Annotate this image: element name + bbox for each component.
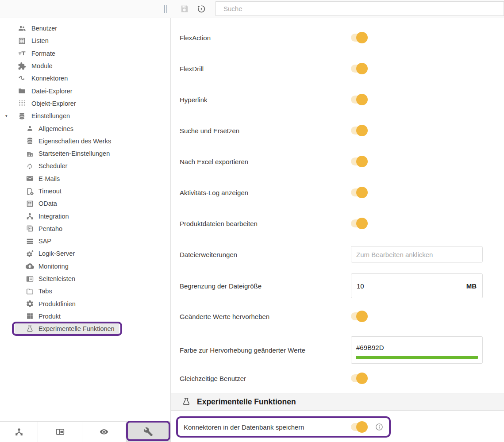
toggle-knob <box>356 218 368 229</box>
top-toolbar <box>0 0 504 18</box>
sidebar-item-sap[interactable]: SAP <box>0 235 170 247</box>
toggle-knob <box>356 94 368 105</box>
input-begrenzung-der-dateigr-e[interactable]: 10MB <box>351 273 483 298</box>
toggle-produktdateien-bearbeiten[interactable] <box>351 219 367 227</box>
sidebar-nav: BenutzerListenFormateModuleKonnektorenDa… <box>0 22 170 335</box>
sidebar-item-produkt[interactable]: Produkt <box>0 310 170 323</box>
setting-row-aktivit-ts-log-anzeigen: Aktivitäts-Log anzeigen <box>171 184 504 201</box>
sidebar-item-label: Allgemeines <box>38 125 73 132</box>
toggle-aktivit-ts-log-anzeigen[interactable] <box>351 188 367 196</box>
input-dateierweiterungen[interactable] <box>351 246 483 263</box>
sidebar-item-integration[interactable]: Integration <box>0 210 170 222</box>
flask-icon <box>26 325 34 333</box>
sidebar-item-einstellungen[interactable]: Einstellungen <box>0 110 170 122</box>
setting-label: Geänderte Werte hervorheben <box>180 313 269 320</box>
sidebar-item-pentaho[interactable]: Pentaho <box>0 223 170 235</box>
toggle-knob <box>356 63 368 74</box>
sidebar-item-label: Konnektoren <box>31 75 68 82</box>
sidebar-item-label: Module <box>31 62 53 69</box>
input-field-dateierweiterungen[interactable] <box>351 247 482 262</box>
puzzle-icon <box>18 62 26 70</box>
toggle-gleichzeitige-benutzer[interactable] <box>351 374 367 382</box>
sidebar-item-konnektoren[interactable]: Konnektoren <box>0 72 170 85</box>
setting-row-hyperlink: Hyperlink <box>171 91 504 108</box>
sidebar-item-label: Integration <box>38 213 69 220</box>
sidebar-item-formate[interactable]: Formate <box>0 47 170 60</box>
color-swatch-bar <box>356 356 478 359</box>
layers-grid-icon <box>26 224 34 233</box>
sidebar-item-label: Objekt-Explorer <box>31 100 76 107</box>
color-value: #69B92D <box>356 344 384 351</box>
hub-icon <box>26 212 34 220</box>
toggle-knob <box>356 32 368 43</box>
setting-row-ge-nderte-werte-hervorheben: Geänderte Werte hervorheben <box>171 307 504 325</box>
gear-plus-icon <box>26 250 34 258</box>
expander-arrow-icon[interactable] <box>5 114 8 118</box>
sidebar-item-logik-server[interactable]: Logik-Server <box>0 247 170 260</box>
restore-button[interactable] <box>196 4 206 14</box>
toggle-knob <box>356 156 368 167</box>
toggle-knob <box>356 311 368 322</box>
sidebar-item-timeout[interactable]: Timeout <box>0 185 170 197</box>
toggle-konnektoren-in-der-datenbank-speichern[interactable] <box>351 423 367 431</box>
input-unit-suffix: MB <box>466 282 477 290</box>
dot-grid-icon <box>18 99 26 108</box>
setting-label: FlexAction <box>180 34 211 42</box>
setting-row-dateierweiterungen: Dateierweiterungen <box>171 246 504 263</box>
toggle-flexaction[interactable] <box>351 34 367 42</box>
sidebar-item-e-mails[interactable]: E-Mails <box>0 173 170 185</box>
splitter-handle-icon[interactable] <box>164 5 168 13</box>
setting-row-produktdateien-bearbeiten: Produktdateien bearbeiten <box>171 215 504 232</box>
settings-panel: Experimentelle Funktionen FlexActionFlex… <box>171 18 504 442</box>
toggle-nach-excel-exportieren[interactable] <box>351 158 367 165</box>
database-icon <box>26 137 34 145</box>
input-value: 10 <box>357 282 364 290</box>
sync-icon <box>26 162 34 170</box>
sidebar-item-datei-explorer[interactable]: Datei-Explorer <box>0 85 170 97</box>
toggle-hyperlink[interactable] <box>351 96 367 104</box>
bottom-tab-tools[interactable] <box>126 422 170 442</box>
toggle-ge-nderte-werte-hervorheben[interactable] <box>351 312 367 320</box>
sidebar-item-label: Listen <box>31 37 49 44</box>
setting-row-begrenzung-der-dateigr-e: Begrenzung der Dateigröße10MB <box>171 273 504 298</box>
sidebar-item-seitenleisten[interactable]: Seitenleisten <box>0 273 170 285</box>
sidebar-item-listen[interactable]: Listen <box>0 35 170 47</box>
list-icon <box>26 200 34 208</box>
setting-label: Farbe zur Hervorhebung geänderter Werte <box>180 346 305 354</box>
section-title: Experimentelle Funktionen <box>197 397 296 407</box>
sidebar-item-allgemeines[interactable]: Allgemeines <box>0 122 170 135</box>
sidebar-item-startseiten-einstellungen[interactable]: Startseiten-Einstellungen <box>0 147 170 160</box>
sidebar-item-monitoring[interactable]: Monitoring <box>0 260 170 273</box>
sidebar-item-label: Pentaho <box>38 225 62 232</box>
sidebar-item-label: Einstellungen <box>31 112 70 119</box>
toolbar-divider <box>171 0 171 18</box>
building-icon <box>26 150 34 158</box>
sidebar-item-experimentelle-funktionen[interactable]: Experimentelle Funktionen <box>0 323 170 335</box>
list-icon <box>18 37 26 45</box>
bottom-tab-preview[interactable] <box>82 422 126 442</box>
toggle-knob <box>356 421 368 433</box>
layout-icon <box>55 427 65 437</box>
setting-label: Suche und Ersetzen <box>180 127 239 135</box>
bottom-tab-layout[interactable] <box>38 422 82 442</box>
sidebar-item-scheduler[interactable]: Scheduler <box>0 160 170 172</box>
search-input[interactable] <box>215 1 504 16</box>
sidebar-item-odata[interactable]: OData <box>0 197 170 210</box>
sidebar-item-tabs[interactable]: Tabs <box>0 285 170 297</box>
bottom-tab-integration[interactable] <box>0 422 38 442</box>
sidebar-item-module[interactable]: Module <box>0 60 170 72</box>
setting-label: Konnektoren in der Datenbank speichern <box>184 423 304 431</box>
toggle-knob <box>356 187 368 198</box>
setting-row-nach-excel-exportieren: Nach Excel exportieren <box>171 153 504 170</box>
save-button[interactable] <box>180 4 189 14</box>
toggle-flexdrill[interactable] <box>351 65 367 73</box>
sidebar-item-objekt-explorer[interactable]: Objekt-Explorer <box>0 97 170 110</box>
sidebar-item-benutzer[interactable]: Benutzer <box>0 22 170 35</box>
toggle-suche-und-ersetzen[interactable] <box>351 127 367 135</box>
sidebar-item-label: Benutzer <box>31 25 57 32</box>
section-header-experimental: Experimentelle Funktionen <box>171 393 504 411</box>
info-icon[interactable] <box>375 423 384 431</box>
sidebar-item-eigenschaften-des-werks[interactable]: Eigenschaften des Werks <box>0 135 170 147</box>
sidebar-item-produktlinien[interactable]: Produktlinien <box>0 298 170 310</box>
input-farbe-zur-hervorhebung-ge-nderter-werte[interactable]: #69B92D <box>351 336 483 364</box>
